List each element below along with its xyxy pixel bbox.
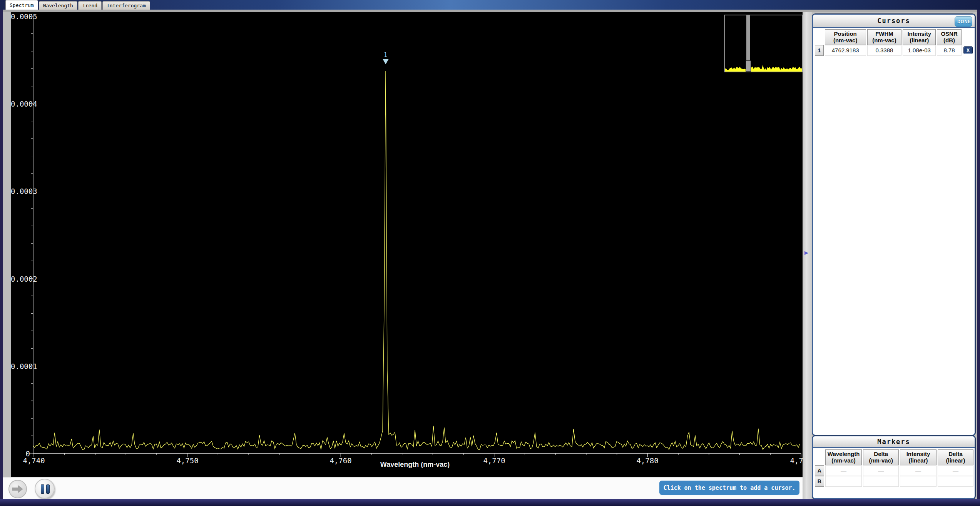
hint-tooltip: Click on the spectrum to add a cursor. [659,481,799,495]
y-tick-label: 0.0005 [11,12,30,20]
cursors-panel-header: Cursors DONE [813,15,975,28]
spectrum-trace [11,12,803,477]
cursor-1-label: 1 [382,52,389,58]
y-tick-label: 0 [11,449,30,457]
col-wavelength: Wavelength(nm-vac) [825,449,862,465]
tab-wavelength[interactable]: Wavelength [39,1,77,10]
marker-a-wavelength: — [825,465,862,476]
markers-panel-title: Markers [877,438,910,446]
cursor-osnr-value: 8.78 [937,45,962,56]
col-intensity: Intensity(linear) [900,449,937,465]
cursor-row-1: 1 4762.9183 0.3388 1.08e-03 8.78 X [815,45,973,56]
marker-a-delta-linear: — [938,465,973,476]
spectrum-plot[interactable]: 0.0005 0.0004 0.0003 0.0002 0.0001 0 4,7… [11,12,803,477]
markers-table: Wavelength(nm-vac) Delta(nm-vac) Intensi… [814,449,975,487]
marker-b-intensity: — [900,476,937,487]
panel-gutter: ▶ [803,12,812,499]
wavelength-meter-window: Spectrum Wavelength Trend Interferogram … [0,0,980,506]
tab-interferogram[interactable]: Interferogram [102,1,150,10]
marker-b-cell[interactable]: B [815,476,824,487]
tab-spectrum[interactable]: Spectrum [5,0,38,10]
markers-panel: Markers Wavelength(nm-vac) Delta(nm-vac)… [812,436,975,499]
delete-cell: X [963,45,973,56]
marker-a-delta-nm: — [863,465,899,476]
marker-a-cell[interactable]: A [815,465,824,476]
cursors-panel: Cursors DONE Position(nm-vac) FWHM(nm-va… [812,14,975,436]
x-axis-title: Wavelength (nm-vac) [338,461,492,469]
cursor-fwhm-value: 0.3388 [867,45,902,56]
x-tick-label: 4,740 [18,456,49,465]
tab-trend[interactable]: Trend [78,1,102,10]
markers-panel-header: Markers [813,436,975,448]
window-bottom-border [0,499,980,506]
marker-a-intensity: — [900,465,937,476]
cursor-intensity-value: 1.08e-03 [903,45,936,56]
col-position: Position(nm-vac) [825,29,866,45]
delete-cursor-button[interactable]: X [963,46,973,54]
corner-cell [815,449,824,465]
pause-button[interactable] [35,479,55,499]
col-osnr: OSNR(dB) [937,29,962,45]
y-tick-label: 0.0004 [11,100,30,107]
col-fwhm: FWHM(nm-vac) [867,29,902,45]
view-region-handle[interactable] [746,60,751,72]
col-intensity: Intensity(linear) [903,29,936,45]
cursor-1-marker[interactable]: 1 [382,52,389,64]
x-tick-label: 4,780 [632,456,663,465]
down-triangle-marker-icon [383,59,389,64]
marker-b-delta-linear: — [938,476,973,487]
overview-trace [725,15,802,72]
marker-b-delta-nm: — [863,476,899,487]
pause-icon [41,484,50,494]
forward-arrow-icon [12,485,23,493]
overview-inset[interactable] [724,15,803,72]
x-tick-label: 4,750 [172,456,203,465]
marker-row-b: B — — — — [815,476,973,487]
col-delta-nm: Delta(nm-vac) [863,449,899,465]
marker-b-wavelength: — [825,476,862,487]
corner-cell [963,29,973,45]
cursors-table: Position(nm-vac) FWHM(nm-vac) Intensity(… [814,29,975,56]
col-delta-linear: Delta(linear) [938,449,973,465]
right-triangle-icon[interactable]: ▶ [804,250,808,256]
control-strip: Click on the spectrum to add a cursor. [3,477,803,499]
tab-bar: Spectrum Wavelength Trend Interferogram [5,1,150,10]
y-tick-label: 0.0002 [11,275,30,282]
done-button[interactable]: DONE [955,16,972,27]
y-tick-label: 0.0001 [11,362,30,370]
y-tick-label: 0.0003 [11,187,30,195]
corner-cell [815,29,824,45]
cursors-panel-title: Cursors [877,17,910,25]
row-number-cell: 1 [815,45,824,56]
client-area: 0.0005 0.0004 0.0003 0.0002 0.0001 0 4,7… [3,12,977,499]
marker-row-a: A — — — — [815,465,973,476]
cursor-position-value: 4762.9183 [825,45,866,56]
single-acquire-button[interactable] [8,480,27,498]
